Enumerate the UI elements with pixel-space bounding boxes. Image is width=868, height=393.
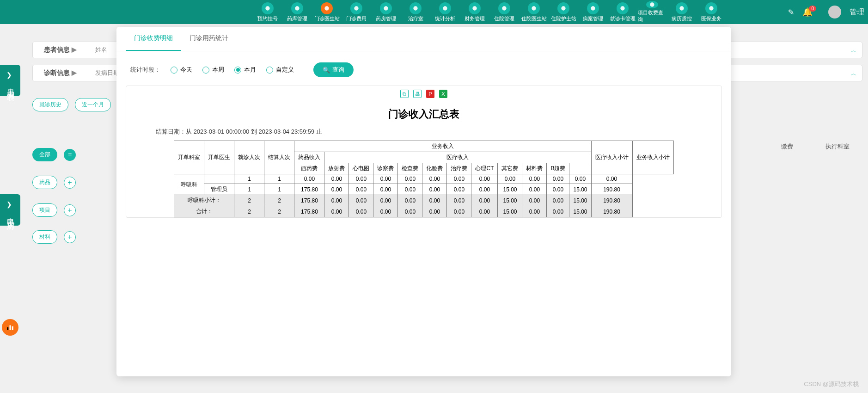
nav-item-8[interactable]: 住院管理 [490,1,519,23]
user-label: 管理 [850,7,864,17]
radio-today[interactable]: 今天 [171,66,192,74]
plus-icon[interactable]: + [64,231,76,243]
tab-detail[interactable]: 门诊收费明细 [126,27,181,51]
nav-item-2[interactable]: 门诊医生站 [312,1,341,23]
table-row: 呼吸科110.000.000.000.000.000.000.000.000.0… [174,174,673,184]
avatar[interactable] [828,6,841,18]
svg-point-15 [709,6,713,10]
dept-column: 执行科室 [825,142,850,151]
nav-icon [380,2,392,14]
nav-icon [410,2,422,14]
nav-item-6[interactable]: 统计分析 [431,1,459,23]
nav-item-13[interactable]: 项目收费查询 [638,1,666,23]
table-row: 呼吸科小计：22175.800.000.000.000.000.000.000.… [174,195,673,206]
top-header: 预约挂号药库管理门诊医生站门诊费用药房管理治疗室统计分析财务管理住院管理住院医生… [0,0,868,24]
report-table: 开单科室开单医生就诊人次结算人次 业务收入 医疗收入小计业务收入小计 药品收入医… [174,141,673,217]
name-label: 姓名 [95,46,107,54]
stats-fab-icon[interactable] [2,319,18,336]
nav-item-12[interactable]: 就诊卡管理 [608,1,637,23]
svg-point-7 [472,6,477,10]
bell-icon[interactable]: 🔔0 [802,7,820,17]
table-row: 合计：22175.800.000.000.000.000.000.000.001… [174,206,673,217]
nav-icon [528,2,540,14]
drug-filter-row: 药品 + [32,176,76,189]
edit-icon[interactable]: ✎ [788,8,794,17]
svg-rect-18 [12,326,13,330]
nav-label: 财务管理 [465,15,485,22]
svg-point-4 [384,6,388,10]
chevron-right-icon: ❯ [6,201,14,208]
patient-info-title: 患者信息▶ [44,46,77,54]
svg-point-1 [295,6,299,10]
item-filter-row: 项目 + [32,203,76,217]
material-filter-row: 材料 + [32,230,76,244]
nav-item-15[interactable]: 医保业务 [697,1,726,23]
nav-item-9[interactable]: 住院医生站 [520,1,548,23]
filter-bar: 统计时段： 今天 本周 本月 自定义 🔍查询 [116,51,731,86]
chevron-up-icon[interactable]: ︿ [851,47,856,55]
nav-label: 病案管理 [583,15,603,22]
svg-point-3 [354,6,358,10]
nav-item-3[interactable]: 门诊费用 [342,1,371,23]
tab-drug-stats[interactable]: 门诊用药统计 [181,27,237,51]
nav-label: 医保业务 [701,15,721,22]
query-button[interactable]: 🔍查询 [313,62,354,77]
nav-item-14[interactable]: 病历质控 [667,1,696,23]
print-preview-icon[interactable]: ⧉ [400,90,409,98]
nav-label: 病历质控 [672,15,692,22]
notification-badge: 0 [809,6,816,12]
nav-item-10[interactable]: 住院护士站 [549,1,578,23]
patient-list-tab[interactable]: ❯患者列表 [0,65,20,96]
right-column-headers: 缴费 执行科室 [781,142,850,151]
excel-icon[interactable]: X [439,90,447,98]
onset-label: 发病日期 [95,69,119,77]
nav-label: 统计分析 [435,15,455,22]
menu-icon[interactable]: ≡ [64,149,76,161]
nav-icon [350,2,362,14]
report-title: 门诊收入汇总表 [126,102,721,125]
nav-item-5[interactable]: 治疗室 [401,1,430,23]
chevron-up-icon[interactable]: ︿ [851,70,856,78]
nav-icon [646,1,658,8]
plus-icon[interactable]: + [64,204,76,216]
watermark: CSDN @源码技术栈 [804,380,859,388]
pdf-icon[interactable]: P [426,90,434,98]
modal-tabs: 门诊收费明细 门诊用药统计 [116,27,731,51]
history-filters: 就诊历史 近一个月 [32,98,111,111]
nav-icon [617,2,629,14]
nav-label: 预约挂号 [257,15,278,22]
nav-icon [587,2,599,14]
emr-tab[interactable]: ❯电子病历 [0,194,20,226]
svg-point-9 [532,6,536,10]
nav-item-11[interactable]: 病案管理 [579,1,607,23]
print-icon[interactable]: 🖶 [413,90,422,98]
nav-item-4[interactable]: 药房管理 [372,1,400,23]
svg-point-12 [620,6,624,10]
radio-month[interactable]: 本月 [234,66,256,74]
plus-icon[interactable]: + [64,177,76,189]
nav-item-0[interactable]: 预约挂号 [253,1,282,23]
svg-point-2 [324,6,329,10]
history-button[interactable]: 就诊历史 [32,98,68,111]
nav-icon [321,2,333,14]
svg-point-10 [561,6,565,10]
nav-icon [557,2,569,14]
report-modal: 门诊收费明细 门诊用药统计 统计时段： 今天 本周 本月 自定义 🔍查询 ⧉ 🖶… [116,27,731,376]
radio-custom[interactable]: 自定义 [266,66,294,74]
item-button[interactable]: 项目 [32,203,57,217]
search-icon: 🔍 [323,67,330,74]
nav-item-1[interactable]: 药库管理 [283,1,312,23]
all-button[interactable]: 全部 [32,148,57,161]
svg-point-6 [443,6,447,10]
nav-label: 项目收费查询 [638,9,666,23]
nav-item-7[interactable]: 财务管理 [460,1,489,23]
nav-icon [705,2,717,14]
fee-column: 缴费 [781,142,793,151]
recent-button[interactable]: 近一个月 [75,98,111,111]
svg-point-0 [265,6,269,10]
svg-point-13 [650,2,654,6]
material-button[interactable]: 材料 [32,230,57,244]
drug-button[interactable]: 药品 [32,176,57,189]
radio-week[interactable]: 本周 [202,66,224,74]
filter-label: 统计时段： [130,66,160,74]
